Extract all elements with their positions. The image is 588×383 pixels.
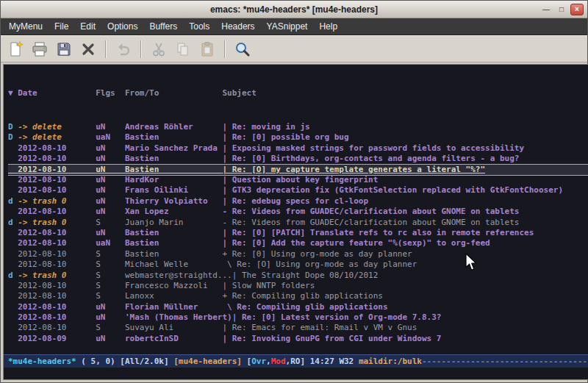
message-row[interactable]: 2012-08-10 S Michael Welle \ Re: [O] Usi… bbox=[8, 259, 588, 270]
emacs-window: emacs: *mu4e-headers* [mu4e-headers] — □… bbox=[0, 0, 588, 383]
menubar: MyMenu File Edit Options Buffers Tools H… bbox=[1, 18, 587, 35]
modeline-buffer-name: *mu4e-headers* bbox=[8, 357, 76, 366]
modeline-readonly-indicator: ,RO] bbox=[286, 357, 310, 366]
window-controls: — □ × bbox=[539, 4, 584, 15]
message-row[interactable]: 2012-08-10 uN HardKor | Question about k… bbox=[8, 175, 588, 185]
echo-area bbox=[4, 368, 588, 379]
paste-icon bbox=[199, 41, 215, 57]
titlebar[interactable]: emacs: *mu4e-headers* [mu4e-headers] — □… bbox=[1, 1, 587, 18]
column-headers: ▼ Date Flgs From/To Subject bbox=[8, 87, 588, 101]
modeline-overwrite-indicator: Ovr bbox=[251, 357, 266, 366]
modeline-maildir: maildir:/bulk bbox=[359, 357, 422, 366]
close-icon bbox=[80, 41, 96, 57]
new-file-icon bbox=[7, 41, 24, 57]
message-row[interactable]: 2012-08-10 uN Bastien | Re: [0] Birthday… bbox=[8, 154, 588, 164]
modeline-modified-indicator: Mod bbox=[271, 357, 286, 366]
message-row[interactable]: 2012-08-10 S Suvayu Ali | Re: Emacs for … bbox=[8, 323, 588, 333]
menu-item-tools[interactable]: Tools bbox=[183, 18, 215, 35]
maximize-button[interactable]: □ bbox=[555, 4, 568, 15]
print-button[interactable] bbox=[29, 38, 51, 60]
message-row[interactable]: d -> trash 0 S Juanjo Marin - Re: Videos… bbox=[8, 218, 588, 228]
save-button[interactable] bbox=[53, 38, 75, 60]
new-file-button[interactable] bbox=[4, 38, 26, 60]
undo-button[interactable] bbox=[112, 38, 135, 60]
message-row[interactable]: d -> trash 0 uN Thierry Volpiatto | Re: … bbox=[8, 196, 588, 207]
menu-item-yasnippet[interactable]: YASnippet bbox=[261, 18, 314, 35]
menu-item-headers[interactable]: Headers bbox=[215, 18, 260, 35]
cut-button[interactable] bbox=[148, 38, 170, 60]
paste-button[interactable] bbox=[196, 38, 218, 60]
close-button[interactable]: × bbox=[570, 4, 584, 15]
message-row[interactable]: 2012-08-10 S Lanoxx + Re: Compiling glib… bbox=[8, 291, 588, 301]
message-row[interactable]: 2012-08-10 uN Frans Oilinki | GTK3 depre… bbox=[8, 185, 588, 196]
undo-icon bbox=[115, 41, 132, 57]
search-icon bbox=[234, 41, 251, 57]
menu-item-mymenu[interactable]: MyMenu bbox=[3, 18, 49, 35]
toolbar-separator bbox=[224, 40, 226, 58]
copy-icon bbox=[175, 41, 191, 57]
modeline-dashes: ----------------------------------------… bbox=[422, 357, 588, 366]
copy-button[interactable] bbox=[172, 38, 194, 60]
message-row[interactable]: 2012-08-10 uN Mario Sanchez Prada | Expo… bbox=[8, 143, 588, 154]
menu-item-buffers[interactable]: Buffers bbox=[143, 18, 183, 35]
message-row[interactable]: 2012-08-10 S Bastien + Re: [0] Using org… bbox=[8, 249, 588, 259]
menu-item-options[interactable]: Options bbox=[101, 18, 143, 35]
toolbar bbox=[1, 35, 587, 62]
modeline: *mu4e-headers* ( 5, 0) [All/2.0k] [mu4e-… bbox=[4, 354, 588, 368]
message-row[interactable]: d -> trash 0 S webmaster@straightd...| T… bbox=[8, 271, 588, 281]
toolbar-separator bbox=[140, 40, 142, 58]
message-row[interactable]: D -> delete uaN Bastien | Re: [0] possib… bbox=[8, 132, 588, 143]
modeline-time: 14:27 W32 bbox=[310, 357, 359, 366]
message-row[interactable]: 2012-08-10 uN Bastien | Re: [O] my captu… bbox=[8, 165, 588, 175]
cut-icon bbox=[151, 41, 167, 57]
close-buffer-button[interactable] bbox=[77, 38, 99, 60]
frame: ▼ Date Flgs From/To Subject D -> delete … bbox=[1, 62, 587, 382]
minimize-button[interactable]: — bbox=[539, 4, 553, 15]
menu-item-edit[interactable]: Edit bbox=[74, 18, 101, 35]
message-row[interactable]: 2012-08-09 uN robertcInSD | Re: Invoking… bbox=[8, 334, 588, 344]
message-list: D -> delete uN Andreas Röhler | Re: movi… bbox=[8, 122, 588, 344]
save-icon bbox=[56, 41, 72, 57]
frame-inner: ▼ Date Flgs From/To Subject D -> delete … bbox=[3, 64, 588, 380]
message-row[interactable]: D -> delete uN Andreas Röhler | Re: movi… bbox=[8, 122, 588, 132]
modeline-comma: , bbox=[266, 357, 271, 366]
print-icon bbox=[32, 41, 48, 57]
message-row[interactable]: 2012-08-10 uN 'Mash (Thomas Herbert)| Re… bbox=[8, 312, 588, 323]
modeline-major-mode: [mu4e-headers] bbox=[173, 357, 242, 366]
headers-buffer[interactable]: ▼ Date Flgs From/To Subject D -> delete … bbox=[4, 65, 588, 354]
message-row[interactable]: 2012-08-10 uN Xan Lopez - Re: Videos fro… bbox=[8, 207, 588, 217]
message-row[interactable]: 2012-08-10 uN Florian Müllner \ Re: Comp… bbox=[8, 302, 588, 312]
search-button[interactable] bbox=[232, 38, 254, 60]
message-row[interactable]: 2012-08-10 S Francesco Mazzoli | Slow NN… bbox=[8, 281, 588, 291]
toolbar-separator bbox=[105, 40, 107, 58]
modeline-bracket-open: [ bbox=[242, 357, 251, 366]
menu-item-help[interactable]: Help bbox=[313, 18, 343, 35]
message-row[interactable]: 2012-08-10 uN Bastien | Re: [0] [PATCH] … bbox=[8, 228, 588, 238]
menu-item-file[interactable]: File bbox=[49, 18, 74, 35]
message-row[interactable]: 2012-08-10 uaN Bastien | Re: [0] Add the… bbox=[8, 238, 588, 248]
window-title: emacs: *mu4e-headers* [mu4e-headers] bbox=[210, 4, 378, 15]
modeline-stats: ( 5, 0) [All/2.0k] bbox=[76, 357, 173, 366]
